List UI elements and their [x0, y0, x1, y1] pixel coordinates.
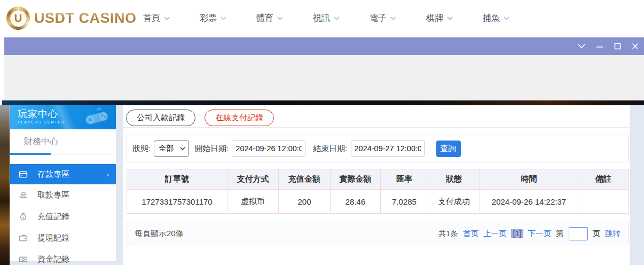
nav-label: 彩票	[200, 13, 217, 24]
background-banner-strip	[2, 100, 644, 105]
nav-label: 電子	[370, 13, 387, 24]
sidebar-item-label: 提現記錄	[37, 233, 69, 243]
filter-bar: 狀態: 全部 開始日期: 結束日期: 查詢	[127, 135, 629, 162]
hand-money-icon	[19, 191, 28, 200]
column-header-actual-amount: 實際金額	[331, 169, 381, 190]
main-region: 玩家中心 PLAYERS CENTER 財務中心	[0, 105, 644, 265]
bank-card-icon	[19, 170, 28, 179]
chevron-down-icon	[277, 17, 283, 20]
nav-item-home[interactable]: 首頁	[143, 13, 170, 24]
section-underline	[10, 153, 116, 155]
chevron-down-icon	[164, 17, 170, 20]
chevron-right-icon: ›	[107, 170, 109, 178]
money-bag-icon	[19, 212, 28, 221]
sidebar-item-label: 取款專區	[37, 190, 69, 200]
tab-company-deposit-records[interactable]: 公司入款記錄	[126, 110, 195, 126]
page-size-text: 每頁顯示20條	[135, 229, 184, 239]
search-button[interactable]: 查詢	[436, 141, 461, 157]
record-tabs: 公司入款記錄 在線支付記錄	[123, 105, 630, 127]
pagination-bar: 每頁顯示20條 共1条 首页 上一页 [1] 下一页 第 页 跳转	[127, 222, 629, 245]
banknote-icon	[19, 255, 28, 264]
column-header-order-no: 訂單號	[127, 169, 227, 190]
chevron-down-icon	[180, 147, 185, 150]
nav-item-slots[interactable]: 電子	[370, 13, 396, 24]
sidebar-header: 玩家中心 PLAYERS CENTER	[10, 105, 116, 129]
column-header-exchange-rate: 匯率	[381, 169, 428, 190]
next-page-link[interactable]: 下一页	[528, 229, 552, 239]
logo-text: USDT CASINO	[34, 10, 137, 27]
payment-records-table: 訂單號 支付方式 充值金額 實際金額 匯率 狀態 時間 備註 172733175…	[127, 169, 629, 214]
status-select[interactable]: 全部	[154, 141, 189, 157]
cell-time: 2024-09-26 14:22:37	[480, 190, 578, 214]
jump-suffix-label: 页	[593, 229, 601, 239]
cell-pay-method: 虚拟币	[227, 190, 279, 214]
start-date-input[interactable]	[232, 141, 305, 157]
column-header-remark: 備註	[578, 169, 629, 190]
tabs-divider	[123, 127, 630, 128]
nav-item-fishing[interactable]: 捕魚	[483, 13, 509, 24]
wallet-icon	[19, 233, 28, 243]
finance-center-heading: 財務中心	[10, 129, 116, 147]
table-header-row: 訂單號 支付方式 充值金額 實際金額 匯率 狀態 時間 備註	[127, 169, 629, 190]
jump-button[interactable]: 跳转	[605, 229, 621, 239]
sidebar-item-withdraw-zone[interactable]: 取款專區	[10, 184, 116, 206]
tab-online-payment-records[interactable]: 在線支付記錄	[205, 110, 274, 126]
chevron-down-icon	[334, 17, 340, 20]
window-controls	[578, 37, 639, 55]
jump-page-input[interactable]	[569, 227, 588, 240]
jump-prefix-label: 第	[556, 229, 564, 239]
end-date-label: 結束日期:	[313, 144, 347, 154]
prev-page-link[interactable]: 上一页	[483, 229, 507, 239]
first-page-link[interactable]: 首页	[463, 229, 478, 239]
usdt-coin-icon: U	[6, 6, 30, 30]
nav-label: 捕魚	[483, 13, 500, 24]
cell-actual-amount: 28.46	[331, 190, 381, 214]
minimize-icon[interactable]	[596, 44, 603, 49]
nav-item-cards[interactable]: 棋牌	[426, 13, 453, 24]
gamepad-icon	[83, 108, 111, 127]
column-header-pay-method: 支付方式	[227, 169, 279, 190]
nav-label: 棋牌	[426, 13, 443, 24]
nav-item-sports[interactable]: 體育	[256, 13, 283, 24]
nav-label: 體育	[256, 13, 273, 24]
records-content-panel: 公司入款記錄 在線支付記錄 狀態: 全部 開始日期: 結束日期: 查詢 訂單號	[123, 105, 630, 265]
chevron-down-icon	[447, 17, 453, 20]
sidebar-item-deposit-zone[interactable]: 存款專區 ›	[10, 164, 116, 184]
embedded-frame-area	[4, 55, 644, 100]
status-label: 狀態:	[132, 144, 151, 154]
nav-label: 首頁	[143, 13, 160, 24]
sidebar-item-label: 資金記錄	[37, 254, 69, 264]
column-header-status: 狀態	[428, 169, 480, 190]
logo-letter: U	[10, 10, 27, 27]
total-count-text: 共1条	[438, 229, 458, 239]
sidebar-item-funds-records[interactable]: 資金記錄	[10, 248, 116, 265]
maximize-icon[interactable]	[614, 43, 621, 50]
chevron-down-icon[interactable]	[578, 44, 585, 49]
start-date-label: 開始日期:	[194, 144, 229, 154]
nav-item-lottery[interactable]: 彩票	[200, 13, 226, 24]
player-center-sidebar: 玩家中心 PLAYERS CENTER 財務中心	[10, 105, 116, 262]
column-header-time: 時間	[480, 169, 578, 190]
nav-label: 視訊	[313, 13, 330, 24]
sidebar-item-withdrawal-records[interactable]: 提現記錄	[10, 227, 116, 248]
main-nav: 首頁 彩票 體育 視訊 電子 棋牌 捕魚	[143, 0, 509, 37]
column-header-recharge-amount: 充值金額	[279, 169, 331, 190]
end-date-input[interactable]	[351, 141, 425, 157]
status-select-value: 全部	[159, 144, 174, 153]
current-page-indicator: [1]	[511, 229, 523, 238]
pager: 共1条 首页 上一页 [1] 下一页 第 页 跳转	[438, 227, 621, 240]
cell-recharge-amount: 200	[279, 190, 331, 214]
cell-remark	[578, 190, 629, 214]
site-header: U USDT CASINO 首頁 彩票 體育 視訊 電子 棋牌 捕魚	[0, 0, 644, 37]
page-background-strip	[0, 105, 10, 265]
sidebar-item-label: 存款專區	[37, 169, 69, 180]
cell-exchange-rate: 7.0285	[381, 190, 428, 214]
close-icon[interactable]	[632, 43, 639, 50]
sidebar-item-recharge-records[interactable]: 充值記錄	[10, 206, 116, 227]
chevron-down-icon	[390, 17, 396, 20]
cell-status: 支付成功	[428, 190, 480, 214]
chevron-down-icon	[504, 17, 509, 20]
site-logo[interactable]: U USDT CASINO	[6, 6, 137, 30]
table-row: 1727331757301170 虚拟币 200 28.46 7.0285 支付…	[127, 190, 629, 214]
nav-item-live[interactable]: 視訊	[313, 13, 340, 24]
